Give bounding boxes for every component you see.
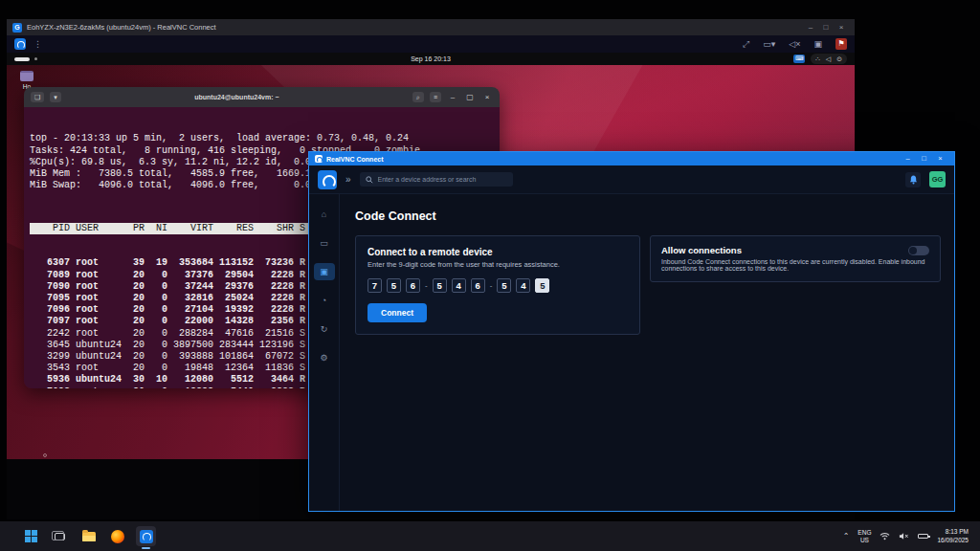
allow-connections-card: Allow connections Inbound Code Connect c… (650, 235, 941, 282)
allow-connections-title: Allow connections (661, 245, 742, 255)
sidebar-item-code-connect[interactable]: ▣ (314, 263, 335, 280)
code-digit-2[interactable]: 5 (387, 278, 401, 293)
digit-group-separator: - (425, 281, 428, 290)
firefox-button[interactable] (107, 526, 127, 546)
taskbar-time: 8:13 PM (937, 528, 969, 536)
taskbar-date: 16/09/2025 (937, 537, 969, 544)
code-digit-1[interactable]: 7 (368, 278, 382, 293)
sidebar-item-team[interactable]: ◔ (314, 292, 335, 309)
taskbar-clock[interactable]: 8:13 PM 16/09/2025 (937, 528, 969, 543)
file-explorer-button[interactable] (78, 526, 99, 546)
activities-indicator[interactable] (14, 57, 30, 61)
new-tab-icon[interactable]: ❏ (31, 92, 44, 102)
pin-icon[interactable]: ⚑ (835, 38, 847, 50)
ubuntu-clock[interactable]: Sep 16 20:13 (411, 55, 451, 62)
tray-overflow-chevron[interactable]: ⌃ (843, 532, 850, 540)
terminal-close-button[interactable]: × (481, 93, 493, 101)
device-search-box[interactable] (360, 172, 513, 187)
workspace-dot (34, 57, 37, 60)
realvnc-app-icon: G (12, 23, 22, 33)
windows-logo-icon (25, 530, 37, 542)
code-digit-9[interactable]: 5 (535, 278, 549, 293)
sidebar-item-sessions[interactable]: ▭ (314, 234, 335, 252)
connect-card-description: Enter the 9-digit code from the user tha… (368, 260, 628, 269)
user-avatar[interactable]: GG (929, 171, 946, 187)
viewer-minimize-button[interactable]: – (803, 19, 818, 35)
realvnc-server-icon[interactable] (43, 453, 47, 457)
terminal-titlebar: ❏ ▾ ubuntu24@ubuntu24vm: ~ ⌕ ≡ – ▢ × (24, 87, 500, 107)
app-maximize-button[interactable]: □ (916, 152, 932, 165)
sidebar-item-history[interactable]: ↻ (314, 320, 335, 338)
realvnc-logo-icon[interactable] (14, 38, 26, 50)
app-sidebar: ⌂▭▣◔↻⚙ (309, 194, 340, 511)
realvnc-logo-icon (318, 170, 337, 189)
terminal-minimize-button[interactable]: – (447, 93, 458, 101)
volume-icon[interactable]: ◁ (826, 54, 831, 64)
wifi-icon[interactable] (880, 532, 890, 540)
code-digit-8[interactable]: 4 (516, 278, 530, 293)
code-digit-4[interactable]: 5 (433, 278, 447, 293)
more-options-icon[interactable]: ⋮ (33, 39, 42, 49)
start-button[interactable] (21, 526, 41, 546)
screenshot-icon[interactable]: ▣ (813, 38, 822, 50)
task-view-icon (55, 533, 65, 540)
viewer-window-title: EohYZX-zN3E2-6zakMs (ubuntu24vm) - RealV… (27, 23, 216, 32)
terminal-title: ubuntu24@ubuntu24vm: ~ (67, 94, 407, 100)
code-digit-3[interactable]: 6 (406, 278, 420, 293)
app-minimize-button[interactable]: – (900, 152, 916, 165)
fullscreen-icon[interactable]: ⤢ (743, 38, 749, 50)
ubuntu-top-bar: Sep 16 20:13 ⌨ ∴◁⊙ (7, 53, 855, 65)
folder-icon (20, 71, 33, 81)
windows-taskbar: ⌃ ENG US 8:13 PM 16/09/2025 (0, 521, 980, 551)
top-process-table-header: PID USER PR NI VIRT RES SHR S (30, 223, 311, 234)
viewer-titlebar: G EohYZX-zN3E2-6zakMs (ubuntu24vm) - Rea… (7, 19, 855, 35)
viewer-maximize-button[interactable]: □ (818, 19, 834, 35)
terminal-maximize-button[interactable]: ▢ (464, 93, 476, 101)
app-main-content: Code Connect Connect to a remote device … (340, 194, 954, 511)
firefox-icon (111, 530, 124, 543)
code-digit-inputs: 756-546-545 (368, 278, 628, 293)
volume-muted-icon[interactable] (899, 532, 909, 540)
sidebar-item-home[interactable]: ⌂ (314, 206, 335, 223)
allow-connections-toggle[interactable] (908, 246, 929, 255)
expand-sidebar-icon[interactable]: » (345, 174, 351, 185)
realvnc-taskbar-button[interactable] (136, 526, 156, 546)
code-digit-5[interactable]: 4 (452, 278, 466, 293)
terminal-search-icon[interactable]: ⌕ (412, 92, 424, 102)
app-titlebar: RealVNC Connect – □ × (309, 152, 954, 165)
search-input[interactable] (378, 176, 507, 183)
search-icon (366, 176, 373, 184)
bell-icon (909, 175, 918, 185)
app-header: » GG (309, 165, 954, 194)
realvnc-connect-window: RealVNC Connect – □ × » (308, 151, 955, 512)
app-window-title: RealVNC Connect (326, 156, 384, 163)
keyboard-indicator-icon[interactable]: ⌨ (793, 55, 805, 63)
language-indicator[interactable]: ENG US (858, 529, 871, 543)
audio-muted-icon[interactable]: ◁× (789, 38, 800, 50)
power-icon[interactable]: ⊙ (836, 54, 842, 64)
realvnc-app-icon (315, 155, 323, 163)
network-icon[interactable]: ∴ (815, 54, 819, 64)
tab-chevron-icon[interactable]: ▾ (50, 92, 61, 102)
terminal-menu-icon[interactable]: ≡ (430, 92, 441, 102)
allow-connections-description: Inbound Code Connect connections to this… (661, 258, 929, 272)
app-close-button[interactable]: × (932, 152, 948, 165)
connect-card: Connect to a remote device Enter the 9-d… (355, 235, 640, 335)
connect-card-title: Connect to a remote device (368, 247, 628, 257)
notifications-button[interactable] (905, 172, 921, 187)
displays-icon[interactable]: ▭▾ (763, 38, 775, 50)
task-view-button[interactable] (50, 526, 70, 546)
digit-group-separator: - (490, 281, 493, 290)
viewer-close-button[interactable]: × (834, 19, 849, 35)
sidebar-item-settings[interactable]: ⚙ (314, 349, 335, 366)
file-explorer-icon (82, 532, 96, 541)
connect-button[interactable]: Connect (368, 303, 427, 322)
code-digit-7[interactable]: 5 (497, 278, 511, 293)
viewer-toolbar: ⋮ ⤢▭▾◁×▣⚑ (7, 35, 855, 53)
code-digit-6[interactable]: 6 (471, 278, 485, 293)
page-title: Code Connect (355, 209, 941, 223)
battery-icon[interactable] (918, 534, 928, 540)
ubuntu-dock (14, 453, 70, 457)
toggle-knob (909, 247, 917, 254)
terminal-output-line: top - 20:13:33 up 5 min, 2 users, load a… (30, 133, 494, 144)
